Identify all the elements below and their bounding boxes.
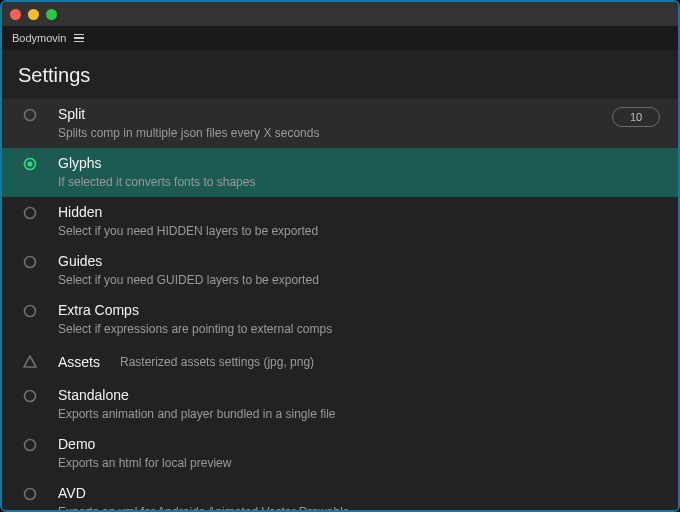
row-split[interactable]: Split Splits comp in multiple json files… bbox=[2, 99, 678, 148]
radio-off-icon bbox=[23, 438, 37, 452]
row-title: Standalone bbox=[58, 386, 664, 404]
close-window-button[interactable] bbox=[10, 9, 21, 20]
page-title: Settings bbox=[2, 50, 678, 99]
svg-point-7 bbox=[25, 391, 36, 402]
row-title: Split bbox=[58, 105, 598, 123]
row-avd[interactable]: AVD Exports an xml for Androids Animated… bbox=[2, 478, 678, 510]
row-desc: Splits comp in multiple json files every… bbox=[58, 125, 598, 141]
row-demo[interactable]: Demo Exports an html for local preview bbox=[2, 429, 678, 478]
radio-avd[interactable] bbox=[16, 484, 44, 501]
radio-split[interactable] bbox=[16, 105, 44, 122]
row-desc: Select if you need HIDDEN layers to be e… bbox=[58, 223, 664, 239]
row-title: Demo bbox=[58, 435, 664, 453]
section-desc: Rasterized assets settings (jpg, png) bbox=[120, 355, 314, 369]
app-name: Bodymovin bbox=[12, 32, 66, 44]
content-scroll[interactable]: Settings Split Splits comp in multiple j… bbox=[2, 50, 678, 510]
radio-standalone[interactable] bbox=[16, 386, 44, 403]
row-standalone[interactable]: Standalone Exports animation and player … bbox=[2, 380, 678, 429]
radio-glyphs[interactable] bbox=[16, 154, 44, 171]
svg-point-9 bbox=[25, 489, 36, 500]
split-seconds-input[interactable] bbox=[612, 107, 660, 127]
radio-hidden[interactable] bbox=[16, 203, 44, 220]
row-desc: Exports an xml for Androids Animated Vec… bbox=[58, 504, 664, 510]
radio-on-icon bbox=[23, 157, 37, 171]
expand-assets[interactable] bbox=[16, 355, 44, 369]
svg-point-5 bbox=[25, 306, 36, 317]
row-desc: Select if expressions are pointing to ex… bbox=[58, 321, 664, 337]
radio-off-icon bbox=[23, 389, 37, 403]
row-texts: Split Splits comp in multiple json files… bbox=[58, 105, 598, 141]
row-title: Guides bbox=[58, 252, 664, 270]
menu-icon[interactable] bbox=[74, 34, 84, 43]
row-texts: Extra Comps Select if expressions are po… bbox=[58, 301, 664, 337]
section-assets[interactable]: Assets Rasterized assets settings (jpg, … bbox=[2, 344, 678, 380]
macos-titlebar bbox=[2, 2, 678, 26]
row-texts: Standalone Exports animation and player … bbox=[58, 386, 664, 422]
row-desc: Exports animation and player bundled in … bbox=[58, 406, 664, 422]
row-texts: AVD Exports an xml for Androids Animated… bbox=[58, 484, 664, 510]
row-texts: Glyphs If selected it converts fonts to … bbox=[58, 154, 664, 190]
radio-demo[interactable] bbox=[16, 435, 44, 452]
row-title: Hidden bbox=[58, 203, 664, 221]
row-title: AVD bbox=[58, 484, 664, 502]
row-desc: Select if you need GUIDED layers to be e… bbox=[58, 272, 664, 288]
radio-off-icon bbox=[23, 304, 37, 318]
app-bar: Bodymovin bbox=[2, 26, 678, 50]
svg-point-2 bbox=[27, 161, 32, 166]
zoom-window-button[interactable] bbox=[46, 9, 57, 20]
svg-point-0 bbox=[25, 110, 36, 121]
row-desc: If selected it converts fonts to shapes bbox=[58, 174, 664, 190]
row-hidden[interactable]: Hidden Select if you need HIDDEN layers … bbox=[2, 197, 678, 246]
radio-extra-comps[interactable] bbox=[16, 301, 44, 318]
row-texts: Demo Exports an html for local preview bbox=[58, 435, 664, 471]
radio-off-icon bbox=[23, 487, 37, 501]
row-glyphs[interactable]: Glyphs If selected it converts fonts to … bbox=[2, 148, 678, 197]
radio-off-icon bbox=[23, 206, 37, 220]
row-title: Extra Comps bbox=[58, 301, 664, 319]
row-guides[interactable]: Guides Select if you need GUIDED layers … bbox=[2, 246, 678, 295]
window: Bodymovin Settings Split Splits comp in … bbox=[0, 0, 680, 512]
minimize-window-button[interactable] bbox=[28, 9, 39, 20]
radio-guides[interactable] bbox=[16, 252, 44, 269]
section-title: Assets bbox=[58, 354, 100, 370]
row-extra-comps[interactable]: Extra Comps Select if expressions are po… bbox=[2, 295, 678, 344]
settings-list: Split Splits comp in multiple json files… bbox=[2, 99, 678, 510]
row-title: Glyphs bbox=[58, 154, 664, 172]
triangle-icon bbox=[23, 355, 37, 369]
radio-off-icon bbox=[23, 255, 37, 269]
row-desc: Exports an html for local preview bbox=[58, 455, 664, 471]
svg-point-8 bbox=[25, 440, 36, 451]
svg-point-4 bbox=[25, 257, 36, 268]
row-texts: Hidden Select if you need HIDDEN layers … bbox=[58, 203, 664, 239]
radio-off-icon bbox=[23, 108, 37, 122]
svg-marker-6 bbox=[24, 356, 36, 367]
row-texts: Guides Select if you need GUIDED layers … bbox=[58, 252, 664, 288]
svg-point-3 bbox=[25, 208, 36, 219]
